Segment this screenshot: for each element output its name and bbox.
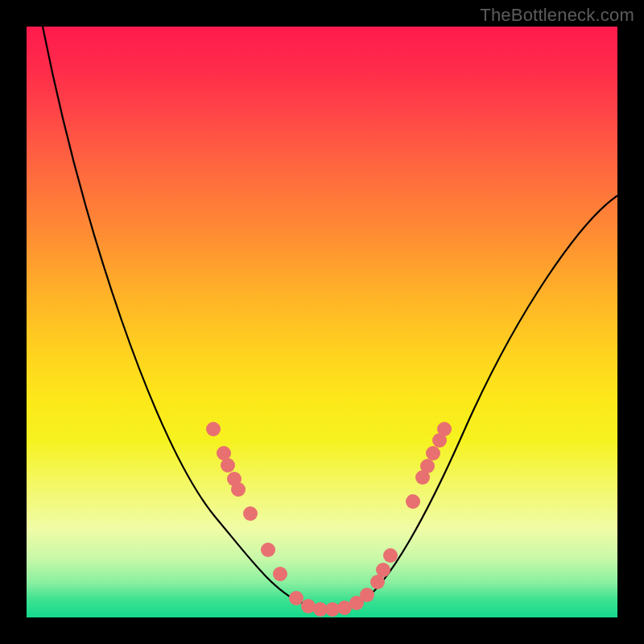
highlight-dot — [261, 543, 275, 557]
highlight-dot — [273, 567, 287, 581]
highlight-dot — [206, 422, 221, 436]
highlight-dot — [383, 548, 398, 563]
highlight-dot — [243, 506, 258, 521]
highlight-dot — [426, 446, 440, 460]
highlight-dots-group — [206, 422, 452, 617]
highlight-dot — [437, 422, 452, 436]
highlight-dot — [360, 588, 374, 602]
highlight-dot — [231, 482, 246, 497]
highlight-dot — [420, 459, 435, 473]
highlight-dot — [221, 458, 235, 473]
highlight-dot — [289, 591, 303, 605]
bottleneck-curve — [43, 27, 617, 608]
highlight-dot — [376, 563, 390, 577]
watermark-text: TheBottleneck.com — [480, 5, 634, 26]
chart-frame: TheBottleneck.com — [0, 0, 644, 644]
highlight-dot — [406, 494, 420, 509]
plot-area — [27, 27, 617, 617]
curve-svg — [27, 27, 617, 617]
